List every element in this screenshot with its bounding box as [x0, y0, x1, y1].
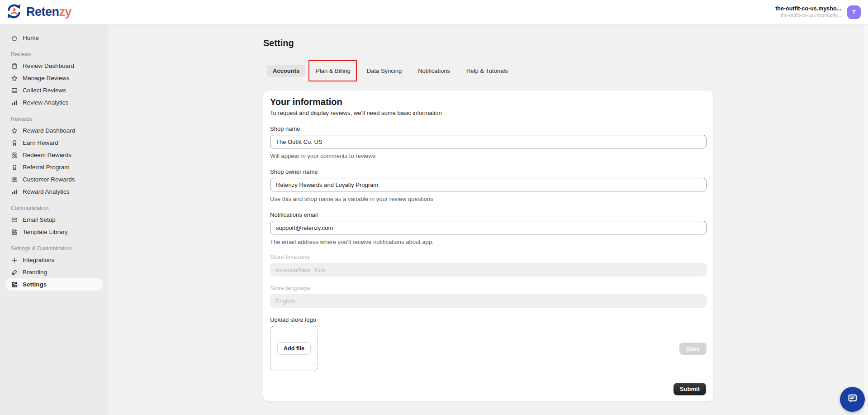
tab-accounts[interactable]: Accounts — [267, 65, 305, 77]
brand-logo: Retenzy — [5, 3, 71, 22]
sidebar-item-reward-dashboard[interactable]: Reward Dashboard — [5, 124, 103, 137]
sidebar-item-template-library[interactable]: Template Library — [5, 226, 103, 238]
notifications-email-input[interactable] — [270, 221, 707, 234]
account-text: the-outfit-co-us.mysho... the-outfit-co-… — [775, 5, 841, 19]
field-label: Shop name — [270, 125, 707, 132]
field-label: Store language — [270, 285, 707, 291]
sidebar-item-settings[interactable]: Settings — [5, 278, 103, 291]
field-group-notifications-email: Notifications emailThe email address whe… — [270, 211, 707, 245]
review-dashboard-icon — [11, 62, 18, 70]
redeem-icon — [11, 152, 18, 159]
sidebar-item-label: Home — [23, 34, 39, 41]
sidebar-item-referral-program[interactable]: Referral Program — [5, 161, 103, 173]
tab-plan-billing[interactable]: Plan & Billing — [310, 65, 356, 77]
scrollbar[interactable] — [863, 24, 868, 415]
card-title: Your information — [270, 97, 707, 107]
sidebar-item-label: Customer Rewards — [23, 176, 75, 183]
sidebar-item-label: Reward Dashboard — [23, 127, 75, 134]
plus-icon — [11, 257, 18, 264]
avatar[interactable]: T — [847, 5, 861, 19]
inbox-icon — [11, 87, 18, 94]
store-timezone-input — [270, 263, 707, 277]
highlighted-tab-wrap: Plan & Billing — [310, 65, 356, 77]
retenzy-logo-icon — [5, 3, 23, 22]
sidebar-item-review-dashboard[interactable]: Review Dashboard — [5, 60, 103, 72]
account-domain: the-outfit-co-us.myshopify... — [775, 12, 841, 19]
sidebar-item-label: Referral Program — [23, 164, 70, 171]
brush-icon — [11, 269, 18, 276]
sidebar-item-email-setup[interactable]: Email Setup — [5, 214, 103, 226]
sidebar-item-label: Branding — [23, 269, 47, 276]
sidebar-item-label: Collect Reviews — [23, 87, 66, 94]
sidebar-item-home[interactable]: Home — [5, 32, 103, 44]
tab-notifications[interactable]: Notifications — [412, 65, 456, 77]
envelope-icon — [11, 216, 18, 224]
sidebar-item-earn-reward[interactable]: Earn Reward — [5, 137, 103, 149]
tab-help-tutorials[interactable]: Help & Tutorials — [460, 65, 514, 77]
sidebar-item-redeem-rewards[interactable]: Redeem Rewards — [5, 149, 103, 161]
sidebar-section-label: Reviews — [11, 51, 103, 57]
submit-button[interactable]: Submit — [674, 383, 706, 395]
sidebar-item-label: Review Analytics — [23, 99, 68, 106]
app-window: Retenzy the-outfit-co-us.mysho... the-ou… — [0, 0, 868, 415]
sidebar-item-customer-rewards[interactable]: Customer Rewards — [5, 173, 103, 186]
page-title: Setting — [263, 38, 713, 48]
home-icon — [11, 34, 18, 42]
main-area: Setting AccountsPlan & BillingData Synci… — [109, 24, 868, 415]
top-header: Retenzy the-outfit-co-us.mysho... the-ou… — [0, 0, 868, 24]
field-group-store-timezone: Store timezone — [270, 253, 707, 277]
settings-grid-icon — [11, 281, 18, 288]
medal-icon — [11, 164, 18, 171]
sidebar-item-branding[interactable]: Branding — [5, 266, 103, 278]
template-grid-icon — [11, 229, 18, 236]
sidebar-item-label: Reward Analytics — [23, 188, 70, 195]
upload-label: Upload store logo — [270, 316, 707, 323]
sidebar-section-label: Rewards — [11, 116, 103, 122]
chat-launcher-button[interactable] — [840, 387, 865, 412]
sidebar-item-label: Earn Reward — [23, 139, 58, 146]
upload-dropzone[interactable]: Add file — [270, 326, 318, 371]
field-group-shop-owner-name: Shop owner nameUse this and shop name as… — [270, 168, 707, 202]
save-button[interactable]: Save — [679, 343, 707, 355]
upload-store-logo-group: Upload store logo Add file — [270, 316, 707, 371]
card-subtitle: To request and display reviews, we'll ne… — [270, 110, 707, 116]
sidebar-item-collect-reviews[interactable]: Collect Reviews — [5, 84, 103, 96]
sidebar-item-label: Redeem Rewards — [23, 152, 71, 158]
tab-data-syncing[interactable]: Data Syncing — [361, 65, 408, 77]
star-icon — [11, 75, 18, 82]
sidebar-item-label: Manage Reviews — [23, 75, 70, 81]
sidebar-item-label: Template Library — [23, 229, 68, 235]
sidebar-item-label: Integrations — [23, 257, 55, 263]
star-icon — [11, 127, 18, 134]
your-information-card: Your information To request and display … — [263, 91, 713, 401]
account-menu[interactable]: the-outfit-co-us.mysho... the-outfit-co-… — [775, 5, 861, 19]
brand-wordmark: Retenzy — [26, 5, 71, 19]
sidebar-section-label: Communication — [11, 205, 103, 211]
sidebar-item-label: Email Setup — [23, 216, 56, 223]
sidebar-section-label: Settings & Customization — [11, 245, 103, 252]
shop-name-input[interactable] — [270, 135, 707, 148]
sidebar-item-review-analytics[interactable]: Review Analytics — [5, 96, 103, 109]
settings-tabs: AccountsPlan & BillingData SyncingNotifi… — [267, 65, 713, 77]
store-language-input — [270, 294, 707, 308]
sidebar-item-integrations[interactable]: Integrations — [5, 254, 103, 266]
field-label: Store timezone — [270, 253, 707, 260]
add-file-button[interactable]: Add file — [277, 342, 311, 355]
field-group-store-language: Store language — [270, 285, 707, 308]
field-help-text: The email address where you'll receive n… — [270, 239, 707, 245]
sidebar-item-reward-analytics[interactable]: Reward Analytics — [5, 186, 103, 198]
field-help-text: Use this and shop name as a variable in … — [270, 196, 707, 202]
field-label: Shop owner name — [270, 168, 707, 175]
bar-chart-icon — [11, 99, 18, 106]
sidebar-item-manage-reviews[interactable]: Manage Reviews — [5, 72, 103, 84]
shop-owner-name-input[interactable] — [270, 178, 707, 191]
sidebar-item-label: Review Dashboard — [23, 62, 74, 69]
sidebar-nav: HomeReviewsReview DashboardManage Review… — [0, 24, 109, 415]
chat-bubble-icon — [846, 392, 859, 406]
sidebar-item-label: Settings — [23, 281, 47, 288]
medal-icon — [11, 139, 18, 147]
field-help-text: Will appear in your comments to reviews — [270, 153, 707, 159]
field-label: Notifications email — [270, 211, 707, 218]
account-name: the-outfit-co-us.mysho... — [775, 5, 841, 13]
field-group-shop-name: Shop nameWill appear in your comments to… — [270, 125, 707, 159]
